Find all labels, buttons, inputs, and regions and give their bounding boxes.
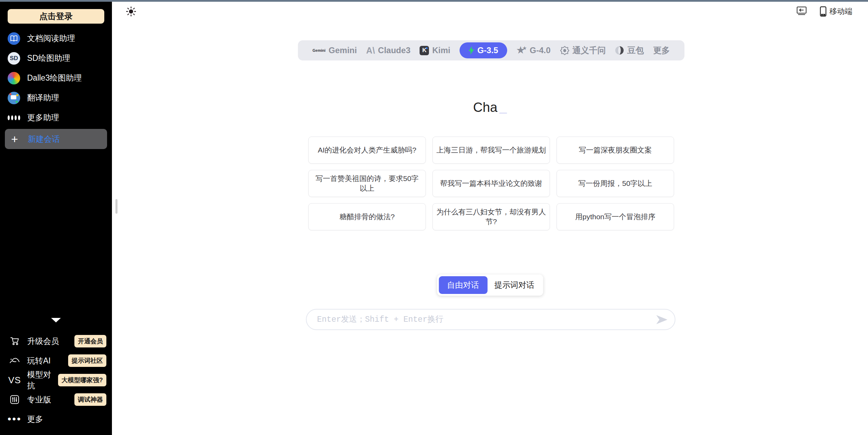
tongyi-logo-icon [560, 46, 569, 55]
mobile-version-label: 移动端 [829, 6, 852, 17]
send-arrow-icon [656, 315, 668, 325]
top-right-actions: 移动端 [796, 6, 852, 17]
tab-kimi[interactable]: K Kimi [420, 46, 450, 55]
tab-g35-selected[interactable]: G-3.5 [460, 42, 507, 58]
tab-gemini[interactable]: Gemini Gemini [313, 46, 357, 55]
suggestion-card[interactable]: 写一篇深夜朋友圈文案 [557, 137, 674, 164]
tab-tongyi[interactable]: 通义千问 [560, 45, 606, 56]
hero-title: Cha_ [112, 100, 868, 115]
sidebar: 点击登录 文档阅读助理 SD SD绘图助理 Dalle3绘图助理 翻译助理 [0, 0, 112, 435]
translate-icon [8, 92, 20, 104]
tab-label: G-3.5 [477, 46, 498, 55]
suggestion-cards: AI的进化会对人类产生威胁吗? 上海三日游，帮我写一个旅游规划 写一篇深夜朋友圈… [308, 137, 674, 230]
tab-label: Claude3 [378, 46, 410, 55]
sidebar-item-label: 更多 [27, 414, 43, 425]
hand-share-icon [8, 356, 21, 365]
sidebar-item-upgrade[interactable]: 升级会员 开通会员 [0, 331, 112, 351]
tab-label: Kimi [432, 46, 450, 55]
tab-label: 通义千问 [573, 45, 606, 56]
claude-logo-icon: A\ [366, 46, 375, 56]
prompt-community-badge: 提示词社区 [68, 354, 106, 367]
kimi-logo-icon: K [420, 46, 429, 55]
sidebar-item-label: Dalle3绘图助理 [27, 73, 82, 83]
suggestion-card[interactable]: 上海三日游，帮我写一个旅游规划 [432, 137, 550, 164]
tab-label: G-4.0 [530, 46, 551, 55]
sidebar-item-label: 更多助理 [27, 112, 59, 123]
suggestion-card[interactable]: 写一首赞美祖国的诗，要求50字以上 [308, 170, 426, 197]
collapse-arrow-icon[interactable] [51, 318, 61, 322]
lightning-bolt-icon [469, 46, 474, 55]
vs-icon: VS [8, 375, 21, 386]
typing-title-text: Cha [473, 100, 497, 115]
smartphone-icon [820, 6, 827, 17]
login-button[interactable]: 点击登录 [8, 9, 104, 24]
sidebar-item-label: 文档阅读助理 [27, 33, 75, 44]
star-icon: ★★ [517, 46, 527, 55]
suggestion-card[interactable]: 为什么有三八妇女节，却没有男人节? [432, 203, 550, 230]
typing-cursor: _ [500, 100, 507, 115]
sidebar-resize-handle[interactable] [115, 199, 117, 214]
theme-sun-icon[interactable] [126, 6, 136, 18]
assistant-nav: 文档阅读助理 SD SD绘图助理 Dalle3绘图助理 翻译助理 更多助理 [0, 28, 112, 128]
sidebar-item-doc-reader[interactable]: 文档阅读助理 [0, 28, 112, 48]
ellipsis-icon: ••• [8, 417, 21, 421]
plus-icon: + [8, 133, 21, 145]
sidebar-item-sd-draw[interactable]: SD SD绘图助理 [0, 48, 112, 68]
app-root: 点击登录 文档阅读助理 SD SD绘图助理 Dalle3绘图助理 翻译助理 [0, 0, 868, 435]
message-composer [306, 309, 675, 330]
chat-mode-toggle: 自由对话 提示词对话 [437, 274, 543, 296]
sidebar-bottom: 升级会员 开通会员 玩转AI 提示词社区 VS 模型对抗 大模型哪家强? 专业版 [0, 318, 112, 435]
prompt-chat-mode-button[interactable]: 提示词对话 [487, 276, 541, 294]
tab-label: Gemini [328, 46, 357, 55]
sidebar-item-dalle3-draw[interactable]: Dalle3绘图助理 [0, 68, 112, 88]
sidebar-item-more[interactable]: ••• 更多 [0, 409, 112, 429]
tab-label: 豆包 [627, 45, 644, 56]
tab-g40[interactable]: ★★ G-4.0 [517, 46, 551, 55]
suggestion-card[interactable]: AI的进化会对人类产生威胁吗? [308, 137, 426, 164]
dalle3-palette-icon [8, 72, 20, 84]
sidebar-item-more-assistants[interactable]: 更多助理 [0, 108, 112, 128]
sidebar-item-model-battle[interactable]: VS 模型对抗 大模型哪家强? [0, 370, 112, 390]
exit-fullscreen-icon[interactable] [796, 6, 807, 17]
upgrade-badge: 开通会员 [74, 335, 106, 347]
top-strip [0, 0, 868, 2]
sidebar-item-label: SD绘图助理 [27, 53, 70, 64]
doc-reader-icon [8, 32, 20, 45]
suggestion-card[interactable]: 用python写一个冒泡排序 [557, 203, 674, 230]
doubao-logo-icon [615, 46, 624, 55]
tab-claude3[interactable]: A\ Claude3 [366, 46, 410, 56]
tab-doubao[interactable]: 豆包 [615, 45, 644, 56]
send-button[interactable] [656, 315, 668, 325]
new-session-button[interactable]: + 新建会话 [5, 129, 107, 149]
tab-label: 更多 [653, 45, 670, 56]
sliders-icon [8, 395, 21, 404]
mobile-version-link[interactable]: 移动端 [820, 6, 852, 17]
model-tab-bar: Gemini Gemini A\ Claude3 K Kimi G-3.5 ★★… [298, 40, 684, 60]
suggestion-card[interactable]: 帮我写一篇本科毕业论文的致谢 [432, 170, 550, 197]
free-chat-mode-button[interactable]: 自由对话 [439, 276, 487, 294]
sidebar-item-label: 翻译助理 [27, 92, 59, 103]
new-session-label: 新建会话 [28, 134, 60, 145]
message-input[interactable] [317, 315, 656, 324]
suggestion-card[interactable]: 写一份周报，50字以上 [557, 170, 674, 197]
main-content: 移动端 Gemini Gemini A\ Claude3 K Kimi G-3.… [112, 0, 868, 435]
model-battle-badge: 大模型哪家强? [58, 374, 106, 386]
pro-badge: 调试神器 [74, 393, 106, 406]
sidebar-item-translate[interactable]: 翻译助理 [0, 88, 112, 108]
sd-icon: SD [8, 52, 20, 65]
grid-circles-icon [8, 112, 20, 124]
sidebar-item-play-ai[interactable]: 玩转AI 提示词社区 [0, 351, 112, 370]
cart-icon [8, 337, 21, 346]
sidebar-item-label: 模型对抗 [27, 369, 58, 391]
sidebar-item-label: 玩转AI [27, 355, 51, 366]
gemini-logo-icon: Gemini [313, 48, 325, 52]
tab-more-models[interactable]: 更多 [653, 45, 670, 56]
suggestion-card[interactable]: 糖醋排骨的做法? [308, 203, 426, 230]
sidebar-item-pro-version[interactable]: 专业版 调试神器 [0, 390, 112, 409]
sidebar-item-label: 升级会员 [27, 336, 59, 347]
sidebar-item-label: 专业版 [27, 394, 51, 405]
